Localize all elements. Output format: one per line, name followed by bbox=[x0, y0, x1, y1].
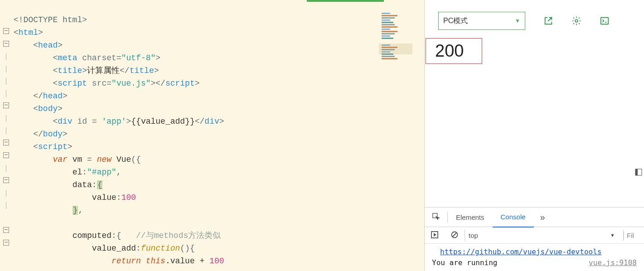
gear-icon[interactable] bbox=[571, 16, 581, 26]
fold-icon[interactable] bbox=[3, 140, 9, 145]
code-content[interactable]: <!DOCTYPE html> <html> <head> <meta char… bbox=[12, 0, 379, 271]
inspect-icon[interactable] bbox=[425, 213, 447, 222]
output-box: 200 bbox=[426, 38, 482, 64]
preview-toolbar: PC模式 ▼ bbox=[425, 4, 644, 30]
more-tabs-icon[interactable]: » bbox=[534, 212, 552, 223]
fold-gutter bbox=[0, 0, 12, 271]
fold-icon[interactable] bbox=[3, 240, 9, 246]
mode-select[interactable]: PC模式 ▼ bbox=[438, 12, 525, 30]
mode-label: PC模式 bbox=[443, 16, 468, 26]
tab-elements[interactable]: Elements bbox=[448, 208, 493, 227]
fold-icon[interactable] bbox=[3, 28, 9, 34]
fold-icon[interactable] bbox=[3, 41, 9, 47]
console-icon[interactable] bbox=[600, 16, 610, 26]
minimap[interactable] bbox=[379, 0, 425, 271]
svg-rect-3 bbox=[635, 169, 638, 175]
console-output: https://github.com/vuejs/vue-devtools Yo… bbox=[425, 244, 644, 271]
filter-input[interactable]: Fil bbox=[624, 232, 644, 239]
fold-icon[interactable] bbox=[3, 102, 9, 108]
rendered-output: 200 bbox=[425, 30, 644, 64]
tab-console[interactable]: Console bbox=[493, 208, 534, 227]
fold-icon[interactable] bbox=[3, 177, 9, 183]
chevron-down-icon: ▼ bbox=[610, 232, 615, 238]
dock-icon[interactable] bbox=[635, 169, 642, 177]
log-link[interactable]: https://github.com/vuejs/vue-devtools bbox=[440, 247, 601, 256]
fold-icon[interactable] bbox=[3, 227, 9, 233]
preview-pane: PC模式 ▼ 200 bbox=[425, 0, 644, 271]
svg-line-7 bbox=[452, 232, 457, 237]
scope-select[interactable]: top ▼ bbox=[465, 232, 623, 239]
play-icon[interactable] bbox=[425, 231, 445, 240]
fold-icon[interactable] bbox=[3, 152, 9, 158]
chevron-down-icon: ▼ bbox=[515, 18, 520, 24]
output-value: 200 bbox=[435, 41, 464, 60]
svg-rect-1 bbox=[601, 18, 609, 24]
clear-icon[interactable] bbox=[445, 231, 465, 240]
code-editor[interactable]: <!DOCTYPE html> <html> <head> <meta char… bbox=[0, 0, 379, 271]
svg-point-0 bbox=[575, 19, 578, 22]
devtools: Elements Console » top ▼ Fil bbox=[425, 207, 644, 271]
log-source[interactable]: vue.js:9108 bbox=[589, 257, 637, 268]
popout-icon[interactable] bbox=[543, 16, 553, 26]
